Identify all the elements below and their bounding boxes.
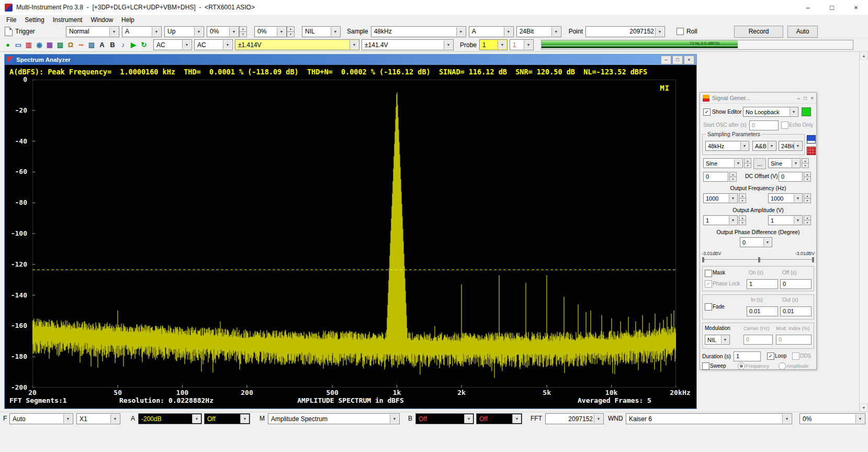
- range-a-select[interactable]: ±1.414V: [235, 39, 359, 50]
- signal-generator-title-bar[interactable]: Signal Gener... – □ ×: [700, 93, 816, 104]
- echo-only-checkbox[interactable]: [781, 122, 788, 129]
- lcr-meter-icon[interactable]: Ω: [65, 40, 76, 50]
- freq-b-spinner[interactable]: [804, 193, 811, 203]
- dc-offset-a-input[interactable]: 0: [703, 172, 728, 182]
- m-view-select[interactable]: Amplitude Spectrum: [268, 413, 400, 424]
- record-button[interactable]: Record: [734, 26, 783, 38]
- multimeter-icon[interactable]: ◉: [34, 40, 44, 50]
- record-points-combo[interactable]: 2097152: [585, 26, 665, 37]
- roll-checkbox[interactable]: [677, 28, 684, 35]
- freq-a-select[interactable]: 1000: [703, 193, 738, 203]
- dc-offset-b-spinner[interactable]: [804, 172, 811, 182]
- trigger-edge-select[interactable]: Up: [164, 26, 204, 37]
- derived-data-icon[interactable]: ▨: [86, 40, 97, 50]
- fade-out-input[interactable]: 0.01: [780, 306, 811, 316]
- mask-checkbox[interactable]: [705, 270, 712, 277]
- loopback-select[interactable]: No Loopback: [743, 107, 798, 117]
- start-osc-input[interactable]: 0: [749, 120, 779, 130]
- freq-b-select[interactable]: 1000: [768, 193, 803, 203]
- scroll-down-button[interactable]: ▼: [860, 403, 868, 412]
- loopback-icon[interactable]: ↻: [139, 40, 149, 50]
- probe-b-select[interactable]: 1: [510, 39, 534, 50]
- sg-bits-select[interactable]: 24Bit: [779, 141, 803, 151]
- play-icon[interactable]: ▶: [128, 40, 139, 50]
- b-range-select[interactable]: Off: [415, 413, 474, 424]
- slider-handle-b[interactable]: [812, 257, 814, 262]
- dc-offset-a-spinner[interactable]: [729, 172, 737, 182]
- trigger-source-select[interactable]: A: [122, 26, 162, 37]
- font-decrease-a-icon[interactable]: A: [97, 40, 107, 50]
- overlap-select[interactable]: 0%: [799, 413, 865, 424]
- menu-item-setting[interactable]: Setting: [20, 16, 48, 24]
- b-mode-select[interactable]: Off: [476, 413, 522, 424]
- trigger-level-select[interactable]: 0%: [207, 26, 239, 37]
- freq-range-select[interactable]: Auto: [9, 413, 73, 424]
- sg-channel-select[interactable]: A&B: [752, 141, 776, 151]
- more-waveform-button[interactable]: ...: [753, 158, 766, 169]
- sg-rate-select[interactable]: 48kHz: [705, 141, 749, 151]
- wave-b-spinner[interactable]: [802, 158, 809, 168]
- amp-b-select[interactable]: 1: [768, 215, 803, 225]
- trigger-mode-select[interactable]: Normal: [66, 26, 119, 37]
- phase-select[interactable]: 0: [740, 237, 772, 247]
- wave-b-select[interactable]: Sine: [768, 158, 801, 168]
- trigger-delay-select[interactable]: 0%: [254, 26, 287, 37]
- carrier-input[interactable]: 0: [743, 335, 773, 345]
- sweep-frequency-radio[interactable]: [738, 362, 745, 370]
- trigger-hpf-select[interactable]: NIL: [302, 26, 341, 37]
- run-stop-icon[interactable]: ●: [3, 40, 13, 50]
- menu-item-help[interactable]: Help: [117, 16, 139, 24]
- oscilloscope-icon[interactable]: ▭: [13, 40, 24, 50]
- menu-item-window[interactable]: Window: [86, 16, 117, 24]
- dds-checkbox[interactable]: [792, 352, 799, 360]
- scroll-up-button[interactable]: ▲: [860, 51, 868, 60]
- mask-on-input[interactable]: 1: [747, 279, 778, 289]
- slider-handle-a[interactable]: [702, 257, 704, 262]
- signal-generator-icon[interactable]: ∼: [76, 40, 86, 50]
- spectrum-title-bar[interactable]: Spectrum Analyzer – □ ×: [5, 54, 696, 65]
- output-on-button[interactable]: [802, 107, 811, 116]
- font-decrease-b-icon[interactable]: B: [107, 40, 118, 50]
- x-scale-select[interactable]: X1: [76, 413, 120, 424]
- loop-checkbox[interactable]: [767, 352, 774, 360]
- fade-checkbox[interactable]: [705, 303, 712, 311]
- siggen-maximize-button[interactable]: □: [804, 95, 807, 101]
- spectrum-3d-plot-icon[interactable]: ▦: [44, 40, 55, 50]
- range-b-select[interactable]: ±141.4V: [362, 39, 454, 50]
- fade-in-input[interactable]: 0.01: [747, 306, 778, 316]
- close-button[interactable]: ×: [844, 0, 868, 15]
- a-mode-select[interactable]: Off: [204, 413, 250, 424]
- amp-a-select[interactable]: 1: [703, 215, 738, 225]
- siggen-minimize-button[interactable]: –: [797, 95, 801, 101]
- menu-item-instrument[interactable]: Instrument: [49, 16, 87, 24]
- mod-index-input[interactable]: 0: [776, 335, 811, 345]
- trigger-settings-icon[interactable]: [5, 27, 13, 36]
- speaker-icon[interactable]: ♪: [118, 40, 128, 50]
- save-icon[interactable]: [807, 135, 816, 144]
- show-editor-checkbox[interactable]: [703, 108, 711, 116]
- spectrum-close-button[interactable]: ×: [684, 56, 694, 64]
- waveform-library-icon[interactable]: [807, 147, 816, 155]
- spectrum-restore-button[interactable]: □: [672, 56, 683, 64]
- phase-lock-checkbox[interactable]: [705, 280, 712, 288]
- spectrum-plot[interactable]: [32, 80, 676, 388]
- mask-off-input[interactable]: 0: [780, 279, 811, 289]
- probe-a-select[interactable]: 1: [479, 39, 508, 50]
- sampling-bits-select[interactable]: 24Bit: [516, 26, 561, 37]
- sampling-rate-select[interactable]: 48kHz: [371, 26, 466, 37]
- siggen-close-button[interactable]: ×: [810, 95, 814, 101]
- freq-a-spinner[interactable]: [739, 193, 746, 203]
- spectrum-analyzer-icon[interactable]: ▥: [24, 40, 34, 50]
- mod-type-select[interactable]: NIL: [705, 335, 730, 345]
- sweep-amplitude-radio[interactable]: [779, 362, 786, 370]
- fft-size-select[interactable]: 2097152: [545, 413, 604, 424]
- sweep-checkbox[interactable]: [702, 362, 709, 370]
- minimize-button[interactable]: –: [796, 0, 820, 15]
- sampling-channel-select[interactable]: A: [469, 26, 514, 37]
- spectrum-minimize-button[interactable]: –: [661, 56, 671, 64]
- menu-item-file[interactable]: File: [2, 16, 20, 24]
- window-function-select[interactable]: Kaiser 6: [626, 413, 792, 424]
- trigger-level-spinner[interactable]: [239, 26, 247, 37]
- dc-offset-b-input[interactable]: 0: [779, 172, 803, 182]
- trigger-delay-spinner[interactable]: [287, 26, 295, 37]
